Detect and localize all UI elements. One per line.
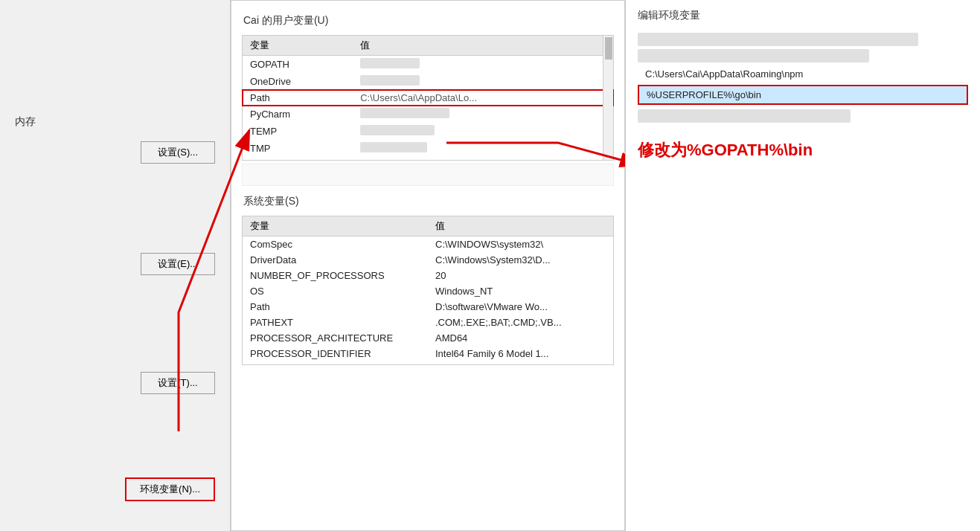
var-value: .COM;.EXE;.BAT;.CMD;.VB... xyxy=(428,315,613,330)
var-name: NUMBER_OF_PROCESSORS xyxy=(243,268,428,283)
settings-e-button[interactable]: 设置(E)... xyxy=(141,253,215,275)
edit-env-gobin[interactable]: %USERPROFILE%\go\bin xyxy=(638,85,968,105)
user-col-val: 值 xyxy=(353,36,613,56)
table-row[interactable]: Path D:\software\VMware Wo... xyxy=(243,299,613,315)
table-row[interactable]: TMP xyxy=(243,140,613,157)
var-value xyxy=(353,106,613,123)
table-row[interactable]: PROCESSOR_IDENTIFIER Intel64 Family 6 Mo… xyxy=(243,346,613,361)
var-value xyxy=(353,56,613,74)
var-name: PyCharm xyxy=(243,106,353,123)
btn-group-2: 设置(E)... xyxy=(141,253,215,275)
var-name: TEMP xyxy=(243,123,353,140)
sys-vars-container: 变量 值 ComSpec C:\WINDOWS\system32\ Driver… xyxy=(242,216,614,365)
var-value: AMD64 xyxy=(428,330,613,346)
scroll-thumb[interactable] xyxy=(605,37,612,59)
var-name: OneDrive xyxy=(243,73,353,90)
annotation-text: 修改为%GOPATH%\bin xyxy=(626,127,980,161)
var-value xyxy=(353,140,613,157)
var-name: PROCESSOR_ARCHITECTURE xyxy=(243,330,428,346)
btn-group-3: 设置(T)... xyxy=(141,372,215,394)
var-value: Windows_NT xyxy=(428,283,613,299)
var-name: PROCESSOR_IDENTIFIER xyxy=(243,346,428,361)
sys-vars-table: 变量 值 ComSpec C:\WINDOWS\system32\ Driver… xyxy=(243,216,613,361)
var-value xyxy=(353,73,613,90)
settings-s-button[interactable]: 设置(S)... xyxy=(141,141,215,164)
env-vars-button[interactable]: 环境变量(N)... xyxy=(125,477,215,501)
left-panel: 内存 设置(S)... 设置(E)... 设置(T)... 环境变量(N)... xyxy=(0,0,231,531)
var-name: OS xyxy=(243,283,428,299)
var-name: ComSpec xyxy=(243,236,428,253)
sys-vars-title: 系统变量(S) xyxy=(231,189,624,213)
table-row[interactable]: PATHEXT .COM;.EXE;.BAT;.CMD;.VB... xyxy=(243,315,613,330)
sys-col-val: 值 xyxy=(428,216,613,236)
path-user-row[interactable]: Path C:\Users\Cai\AppData\Lo... xyxy=(243,90,613,106)
var-name: TMP xyxy=(243,140,353,157)
table-row[interactable]: PROCESSOR_ARCHITECTURE AMD64 xyxy=(243,330,613,346)
env-value-gobin: %USERPROFILE%\go\bin xyxy=(647,89,761,100)
var-value: Intel64 Family 6 Model 1... xyxy=(428,346,613,361)
scrollbar[interactable] xyxy=(603,36,613,160)
user-vars-container: 变量 值 GOPATH OneDrive Path C:\Users\Cai\A… xyxy=(242,35,614,161)
var-value: C:\Users\Cai\AppData\Lo... xyxy=(353,90,613,106)
btn-group-1: 设置(S)... xyxy=(141,141,215,164)
table-row[interactable]: ComSpec C:\WINDOWS\system32\ xyxy=(243,236,613,253)
var-value: C:\Windows\System32\D... xyxy=(428,252,613,268)
var-name: GOPATH xyxy=(243,56,353,74)
user-vars-scroll-area xyxy=(242,164,614,186)
user-vars-table: 变量 值 GOPATH OneDrive Path C:\Users\Cai\A… xyxy=(243,36,613,157)
blurred-item-1 xyxy=(638,33,918,46)
settings-t-button[interactable]: 设置(T)... xyxy=(141,372,215,394)
var-value: 20 xyxy=(428,268,613,283)
memory-label: 内存 xyxy=(15,115,36,129)
var-value: D:\software\VMware Wo... xyxy=(428,299,613,315)
edit-env-npm[interactable]: C:\Users\Cai\AppData\Roaming\npm xyxy=(638,65,968,83)
user-vars-title: Cai 的用户变量(U) xyxy=(231,8,624,32)
sys-col-var: 变量 xyxy=(243,216,428,236)
edit-env-list xyxy=(638,33,968,62)
var-name: PATHEXT xyxy=(243,315,428,330)
middle-panel: Cai 的用户变量(U) 变量 值 GOPATH OneDrive Pa xyxy=(231,0,625,531)
blurred-item-3 xyxy=(638,109,851,123)
table-row[interactable]: NUMBER_OF_PROCESSORS 20 xyxy=(243,268,613,283)
table-row[interactable]: PyCharm xyxy=(243,106,613,123)
blurred-item-2 xyxy=(638,49,869,62)
table-row[interactable]: TEMP xyxy=(243,123,613,140)
right-title: 编辑环境变量 xyxy=(626,0,980,30)
right-panel: 编辑环境变量 C:\Users\Cai\AppData\Roaming\npm … xyxy=(625,0,980,531)
table-row[interactable]: OS Windows_NT xyxy=(243,283,613,299)
var-value: C:\WINDOWS\system32\ xyxy=(428,236,613,253)
env-value-npm: C:\Users\Cai\AppData\Roaming\npm xyxy=(645,68,803,80)
table-row[interactable]: GOPATH xyxy=(243,56,613,74)
user-col-var: 变量 xyxy=(243,36,353,56)
var-value xyxy=(353,123,613,140)
table-row[interactable]: DriverData C:\Windows\System32\D... xyxy=(243,252,613,268)
table-row[interactable]: OneDrive xyxy=(243,73,613,90)
var-name: Path xyxy=(243,299,428,315)
var-name: Path xyxy=(243,90,353,106)
var-name: DriverData xyxy=(243,252,428,268)
